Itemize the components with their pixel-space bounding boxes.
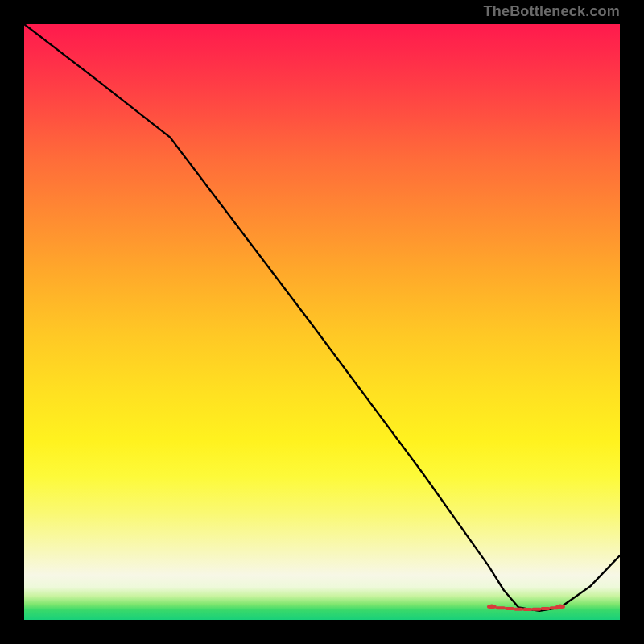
curve-svg bbox=[24, 24, 620, 620]
watermark-label: TheBottleneck.com bbox=[484, 3, 620, 20]
plot-area bbox=[24, 24, 620, 620]
chart-container: TheBottleneck.com bbox=[0, 0, 644, 644]
flat-marker-end bbox=[489, 605, 494, 609]
flat-marker-end bbox=[558, 605, 563, 609]
bottleneck-curve bbox=[24, 24, 620, 611]
flat-markers bbox=[489, 605, 564, 610]
